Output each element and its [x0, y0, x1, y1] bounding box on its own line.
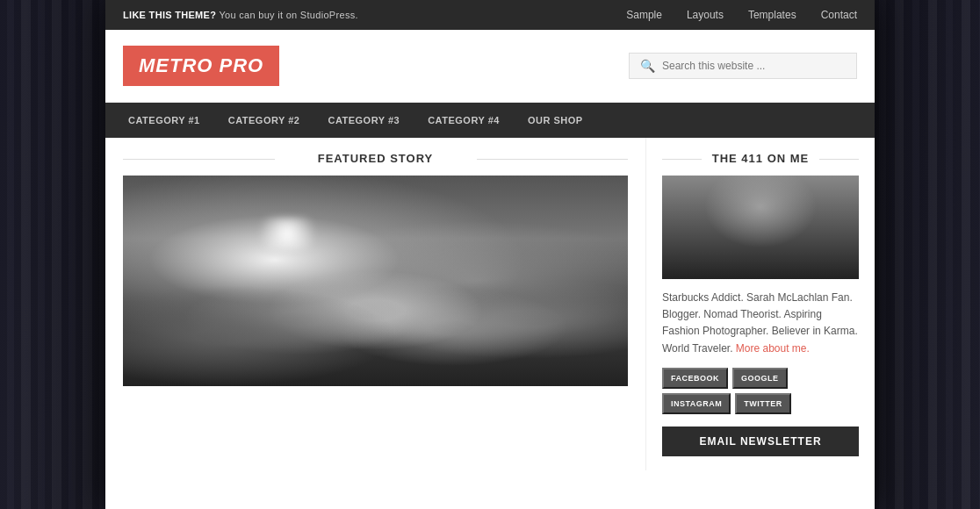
nav-item-category4[interactable]: CATEGORY #4 [414, 103, 514, 138]
city-background-right [861, 0, 980, 509]
nav-item-category1[interactable]: CATEGORY #1 [114, 103, 214, 138]
top-nav-templates[interactable]: Templates [748, 9, 796, 21]
top-nav-contact[interactable]: Contact [821, 9, 857, 21]
main-content: FEATURED STORY [105, 138, 646, 470]
social-btn-twitter[interactable]: TWITTER [735, 393, 791, 414]
content-area: FEATURED STORY THE 411 ON ME Starbucks A… [105, 138, 875, 470]
top-bar-text: You can buy it on StudioPress. [219, 10, 357, 20]
sidebar: THE 411 ON ME Starbucks Addict. Sarah Mc… [646, 138, 875, 470]
sidebar-bio: Starbucks Addict. Sarah McLachlan Fan. B… [662, 290, 859, 357]
featured-image[interactable] [123, 176, 628, 386]
city-background-left [0, 0, 119, 509]
social-buttons: FACEBOOK GOOGLE INSTAGRAM TWITTER [662, 368, 859, 414]
social-btn-instagram[interactable]: INSTAGRAM [662, 393, 731, 414]
search-input[interactable] [662, 60, 846, 72]
top-nav-sample[interactable]: Sample [626, 9, 662, 21]
top-bar-highlight: LIKE THIS THEME? [123, 10, 216, 20]
nav-item-ourshop[interactable]: OUR SHOP [514, 103, 597, 138]
search-box: 🔍 [629, 53, 857, 79]
social-btn-google[interactable]: GOOGLE [732, 368, 788, 389]
sidebar-bio-link[interactable]: More about me. [736, 342, 810, 355]
site-logo[interactable]: METRO PRO [123, 46, 279, 86]
search-icon: 🔍 [640, 59, 655, 73]
site-header: METRO PRO 🔍 [105, 30, 875, 103]
top-nav-layouts[interactable]: Layouts [687, 9, 724, 21]
nav-item-category3[interactable]: CATEGORY #3 [313, 103, 414, 138]
top-navigation: Sample Layouts Templates Contact [626, 9, 857, 21]
featured-section-title: FEATURED STORY [123, 152, 628, 165]
top-bar-message: LIKE THIS THEME? You can buy it on Studi… [123, 10, 358, 20]
email-newsletter-box[interactable]: EMAIL NEWSLETTER [662, 427, 859, 456]
main-container: LIKE THIS THEME? You can buy it on Studi… [105, 0, 875, 509]
sidebar-profile-photo [662, 176, 859, 279]
nav-item-category2[interactable]: CATEGORY #2 [214, 103, 314, 138]
social-btn-facebook[interactable]: FACEBOOK [662, 368, 728, 389]
top-bar: LIKE THIS THEME? You can buy it on Studi… [105, 0, 875, 30]
featured-image-overlay [123, 218, 628, 386]
site-navigation: CATEGORY #1 CATEGORY #2 CATEGORY #3 CATE… [105, 103, 875, 138]
email-newsletter-title: EMAIL NEWSLETTER [671, 435, 850, 448]
sidebar-section-title: THE 411 ON ME [662, 152, 859, 165]
